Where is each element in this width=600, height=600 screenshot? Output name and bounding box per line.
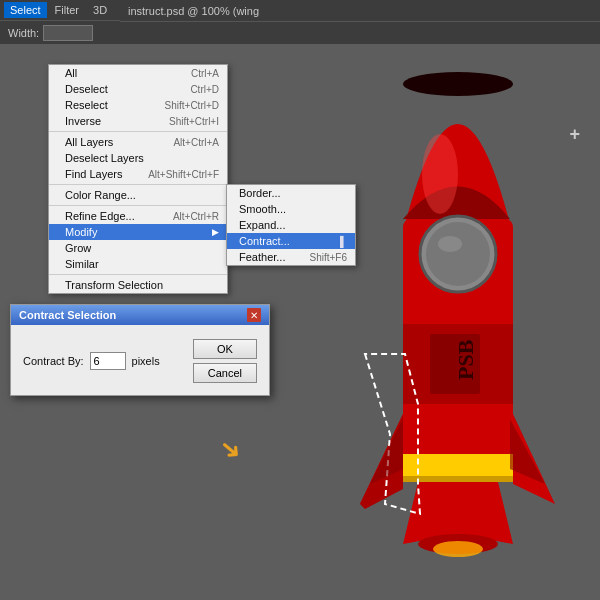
menu-item-color-range[interactable]: Color Range... <box>49 187 227 203</box>
contract-by-input[interactable] <box>90 352 126 370</box>
doc-title-text: instruct.psd @ 100% (wing <box>128 5 259 17</box>
ok-button[interactable]: OK <box>193 339 257 359</box>
arrow-indicator-2: ➜ <box>213 431 250 469</box>
dialog-title-bar: Contract Selection ✕ <box>11 305 269 325</box>
dialog-close-button[interactable]: ✕ <box>247 308 261 322</box>
contract-cursor: ▌ <box>340 236 347 247</box>
submenu-feather[interactable]: Feather... Shift+F6 <box>227 249 355 265</box>
separator-4 <box>49 274 227 275</box>
dialog-body: Contract By: pixels OK Cancel <box>11 325 269 395</box>
submenu-arrow-icon: ▶ <box>212 227 219 237</box>
menu-item-reselect[interactable]: Reselect Shift+Ctrl+D <box>49 97 227 113</box>
svg-rect-11 <box>403 476 513 482</box>
menu-item-modify[interactable]: Modify ▶ <box>49 224 227 240</box>
dialog-title-text: Contract Selection <box>19 309 116 321</box>
submenu-contract[interactable]: Contract... ▌ <box>227 233 355 249</box>
menu-3d[interactable]: 3D <box>87 2 113 18</box>
canvas-area: All Ctrl+A Deselect Ctrl+D Reselect Shif… <box>0 44 600 600</box>
pixels-label: pixels <box>132 355 160 367</box>
doc-title-bar: instruct.psd @ 100% (wing <box>120 0 600 22</box>
menu-item-deselect[interactable]: Deselect Ctrl+D <box>49 81 227 97</box>
plus-icon: + <box>569 124 580 145</box>
svg-rect-9 <box>403 404 513 454</box>
svg-point-2 <box>422 134 458 214</box>
menu-item-inverse[interactable]: Inverse Shift+Ctrl+I <box>49 113 227 129</box>
rocket-image: PSB <box>310 24 570 587</box>
submenu-expand[interactable]: Expand... <box>227 217 355 233</box>
menu-item-all[interactable]: All Ctrl+A <box>49 65 227 81</box>
modify-submenu: Border... Smooth... Expand... Contract..… <box>226 184 356 266</box>
menu-item-grow[interactable]: Grow <box>49 240 227 256</box>
dialog-buttons: OK Cancel <box>193 339 257 383</box>
menu-filter[interactable]: Filter <box>49 2 85 18</box>
menu-item-similar[interactable]: Similar <box>49 256 227 272</box>
svg-point-0 <box>403 72 513 96</box>
menu-item-all-layers[interactable]: All Layers Alt+Ctrl+A <box>49 134 227 150</box>
width-input[interactable] <box>43 25 93 41</box>
contract-selection-dialog: Contract Selection ✕ Contract By: pixels… <box>10 304 270 396</box>
width-label: Width: <box>8 27 39 39</box>
contract-by-label: Contract By: <box>23 355 84 367</box>
menu-item-find-layers[interactable]: Find Layers Alt+Shift+Ctrl+F <box>49 166 227 182</box>
svg-point-4 <box>426 222 490 286</box>
svg-text:PSB: PSB <box>453 339 478 380</box>
menu-select[interactable]: Select <box>4 2 47 18</box>
select-dropdown-menu: All Ctrl+A Deselect Ctrl+D Reselect Shif… <box>48 64 228 294</box>
separator-1 <box>49 131 227 132</box>
svg-rect-10 <box>403 454 513 476</box>
separator-2 <box>49 184 227 185</box>
cancel-button[interactable]: Cancel <box>193 363 257 383</box>
submenu-border[interactable]: Border... <box>227 185 355 201</box>
svg-point-5 <box>438 236 462 252</box>
submenu-smooth[interactable]: Smooth... <box>227 201 355 217</box>
menu-item-transform-selection[interactable]: Transform Selection <box>49 277 227 293</box>
separator-3 <box>49 205 227 206</box>
menu-item-refine-edge[interactable]: Refine Edge... Alt+Ctrl+R <box>49 208 227 224</box>
menu-item-deselect-layers[interactable]: Deselect Layers <box>49 150 227 166</box>
svg-point-13 <box>433 541 483 557</box>
